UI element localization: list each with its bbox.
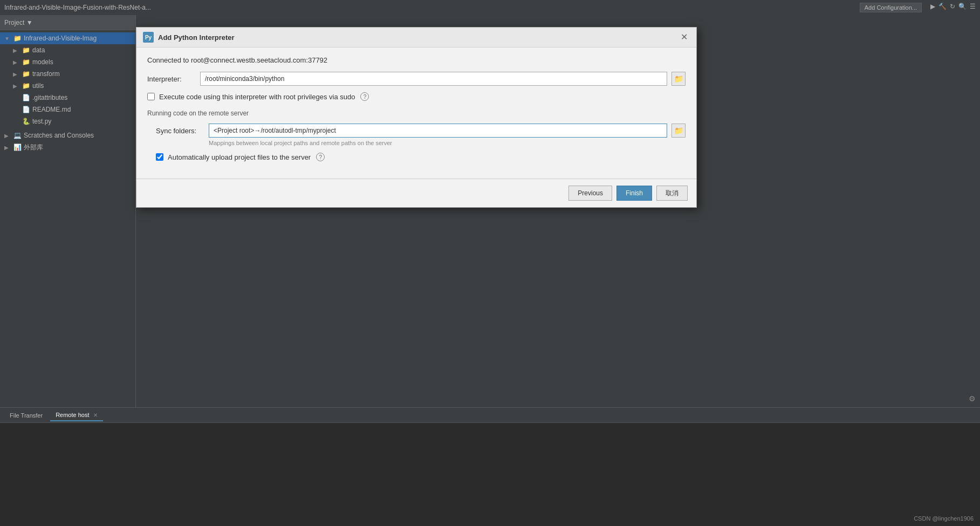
readme-file-icon: 📄 bbox=[22, 106, 30, 113]
watermark-text: CSDN @lingchen1906 bbox=[914, 515, 974, 522]
gitattributes-label: .gitattributes bbox=[32, 94, 67, 101]
tree-item-testpy[interactable]: ▶ 🐍 test.py bbox=[0, 115, 135, 127]
scratches-icon: 💻 bbox=[13, 132, 22, 139]
root-arrow: ▼ bbox=[4, 36, 11, 42]
refresh-icon[interactable]: ↻ bbox=[950, 3, 955, 12]
tab-remote-host[interactable]: Remote host ✕ bbox=[50, 409, 102, 421]
auto-upload-checkbox[interactable] bbox=[156, 153, 163, 161]
scratches-label: Scratches and Consoles bbox=[24, 132, 94, 139]
models-arrow: ▶ bbox=[13, 59, 19, 65]
data-arrow: ▶ bbox=[13, 47, 19, 53]
tree-item-utils[interactable]: ▶ 📁 utils bbox=[0, 80, 135, 92]
finish-button[interactable]: Finish bbox=[616, 186, 652, 201]
sync-section: Sync folders: 📁 Mappings between local p… bbox=[147, 124, 686, 146]
bottom-tabs-bar: File Transfer Remote host ✕ bbox=[0, 408, 980, 423]
transform-folder-icon: 📁 bbox=[22, 70, 30, 78]
settings-gear-icon[interactable]: ⚙ bbox=[969, 394, 976, 403]
external-arrow: ▶ bbox=[4, 145, 11, 151]
tab-file-transfer[interactable]: File Transfer bbox=[4, 410, 48, 421]
tab-remote-host-close[interactable]: ✕ bbox=[93, 412, 98, 418]
cancel-button[interactable]: 取消 bbox=[656, 186, 688, 201]
project-header[interactable]: Project ▼ bbox=[0, 15, 135, 30]
dialog-footer: Previous Finish 取消 bbox=[136, 179, 696, 207]
testpy-label: test.py bbox=[32, 118, 51, 125]
data-folder-icon: 📁 bbox=[22, 46, 30, 54]
interpreter-browse-button[interactable]: 📁 bbox=[671, 72, 686, 86]
utils-label: utils bbox=[32, 82, 44, 90]
run-icon[interactable]: ▶ bbox=[930, 3, 935, 12]
dialog-title-icon: Py bbox=[143, 32, 154, 43]
interpreter-input[interactable] bbox=[200, 72, 667, 86]
readme-label: README.md bbox=[32, 106, 71, 113]
dialog-body: Connected to root@connect.westb.seetaclo… bbox=[136, 47, 696, 179]
dialog-title-text: Add Python Interpreter bbox=[158, 33, 674, 42]
models-folder-icon: 📁 bbox=[22, 58, 30, 66]
dialog-icon-text: Py bbox=[145, 35, 152, 40]
project-tree: ▼ 📁 Infrared-and-Visible-Imag ▶ 📁 data ▶… bbox=[0, 30, 135, 155]
interpreter-label: Interpreter: bbox=[147, 75, 196, 83]
mappings-hint-text: Mappings between local project paths and… bbox=[209, 140, 686, 146]
add-configuration-button[interactable]: Add Configuration... bbox=[860, 3, 922, 12]
browse-icon: 📁 bbox=[674, 74, 683, 83]
scratches-arrow: ▶ bbox=[4, 133, 11, 139]
external-icon: 📊 bbox=[13, 144, 22, 151]
git-file-icon: 📄 bbox=[22, 94, 30, 101]
running-section-title: Running code on the remote server bbox=[147, 110, 686, 117]
sync-browse-icon: 📁 bbox=[674, 126, 683, 135]
execute-sudo-checkbox[interactable] bbox=[147, 93, 155, 100]
sync-label: Sync folders: bbox=[156, 127, 204, 135]
tree-item-external[interactable]: ▶ 📊 外部库 bbox=[0, 141, 135, 153]
root-folder-icon: 📁 bbox=[13, 35, 22, 42]
models-label: models bbox=[32, 58, 53, 66]
title-bar: Infrared-and-Visible-Image-Fusion-with-R… bbox=[0, 0, 980, 15]
execute-sudo-help-icon[interactable]: ? bbox=[360, 92, 369, 101]
previous-button[interactable]: Previous bbox=[568, 186, 612, 201]
search-icon[interactable]: 🔍 bbox=[958, 3, 967, 12]
auto-upload-help-icon[interactable]: ? bbox=[316, 153, 325, 161]
tree-root-item[interactable]: ▼ 📁 Infrared-and-Visible-Imag bbox=[0, 32, 135, 44]
root-item-label: Infrared-and-Visible-Imag bbox=[24, 35, 97, 42]
connection-info-text: Connected to root@connect.westb.seetaclo… bbox=[147, 56, 686, 64]
dialog-close-button[interactable]: ✕ bbox=[679, 32, 690, 43]
sync-folders-input[interactable] bbox=[209, 124, 667, 138]
utils-arrow: ▶ bbox=[13, 83, 19, 89]
tree-item-gitattributes[interactable]: ▶ 📄 .gitattributes bbox=[0, 92, 135, 104]
external-label: 外部库 bbox=[24, 143, 43, 152]
build-icon[interactable]: 🔨 bbox=[938, 3, 947, 12]
tree-item-transform[interactable]: ▶ 📁 transform bbox=[0, 68, 135, 80]
transform-label: transform bbox=[32, 70, 60, 78]
window-title: Infrared-and-Visible-Image-Fusion-with-R… bbox=[4, 4, 860, 11]
menu-icon[interactable]: ☰ bbox=[970, 3, 976, 12]
project-header-label: Project ▼ bbox=[4, 19, 33, 26]
transform-arrow: ▶ bbox=[13, 71, 19, 77]
execute-checkbox-row: Execute code using this interpreter with… bbox=[147, 92, 686, 101]
tree-item-scratches[interactable]: ▶ 💻 Scratches and Consoles bbox=[0, 129, 135, 141]
tree-item-readme[interactable]: ▶ 📄 README.md bbox=[0, 104, 135, 115]
auto-upload-checkbox-row: Automatically upload project files to th… bbox=[147, 153, 686, 161]
dialog-titlebar: Py Add Python Interpreter ✕ bbox=[136, 28, 696, 47]
auto-upload-label: Automatically upload project files to th… bbox=[168, 153, 311, 161]
data-label: data bbox=[32, 46, 45, 54]
py-file-icon: 🐍 bbox=[22, 118, 30, 125]
bottom-panel: File Transfer Remote host ✕ ⚙ bbox=[0, 407, 980, 526]
utils-folder-icon: 📁 bbox=[22, 82, 30, 90]
tree-item-data[interactable]: ▶ 📁 data bbox=[0, 44, 135, 56]
execute-sudo-label: Execute code using this interpreter with… bbox=[159, 93, 355, 101]
sync-browse-button[interactable]: 📁 bbox=[671, 124, 686, 138]
add-python-interpreter-dialog: Py Add Python Interpreter ✕ Connected to… bbox=[136, 27, 697, 208]
tree-item-models[interactable]: ▶ 📁 models bbox=[0, 56, 135, 68]
watermark: CSDN @lingchen1906 bbox=[914, 515, 974, 522]
interpreter-row: Interpreter: 📁 bbox=[147, 72, 686, 86]
sync-folders-row: Sync folders: 📁 bbox=[156, 124, 686, 138]
